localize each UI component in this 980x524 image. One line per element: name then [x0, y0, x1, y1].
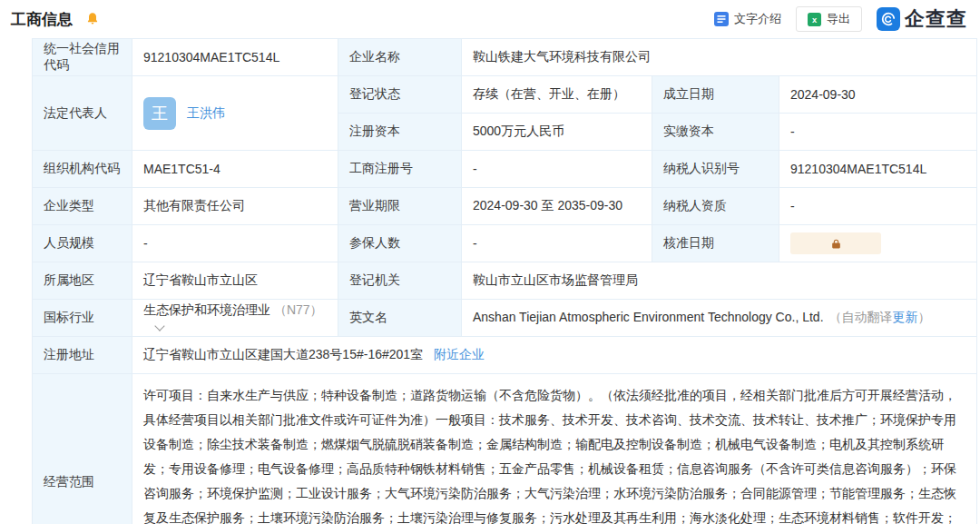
export-button[interactable]: x 导出 [796, 6, 862, 32]
text-intro-label: 文字介绍 [734, 11, 781, 27]
reg-address-value: 辽宁省鞍山市立山区建国大道238号15#-16#201室 [143, 347, 423, 361]
svg-text:x: x [812, 15, 818, 25]
insured-count-label: 参保人数 [338, 225, 462, 262]
staff-size-label: 人员规模 [33, 225, 132, 262]
reg-number-value: - [462, 151, 652, 188]
credit-code-value: 91210304MAE1TC514L [132, 39, 338, 76]
business-term-label: 营业期限 [338, 188, 462, 225]
reg-capital-value: 5000万元人民币 [462, 114, 652, 151]
org-code-value: MAE1TC51-4 [132, 151, 338, 188]
table-row: 法定代表人 王 王洪伟 登记状态 存续（在营、开业、在册） 成立日期 2024-… [33, 76, 977, 114]
reg-address-cell: 辽宁省鞍山市立山区建国大道238号15#-16#201室 附近企业 [132, 337, 977, 374]
table-row: 企业类型 其他有限责任公司 营业期限 2024-09-30 至 2035-09-… [33, 188, 977, 225]
qichacha-logo[interactable]: 企查查 [877, 5, 967, 33]
established-label: 成立日期 [652, 76, 779, 114]
taxpayer-cert-value: - [779, 188, 977, 225]
reg-capital-label: 注册资本 [338, 114, 462, 151]
chevron-down-icon[interactable] [154, 321, 164, 331]
taxpayer-id-label: 纳税人识别号 [652, 151, 779, 188]
legal-rep-name-link[interactable]: 王洪伟 [187, 105, 225, 122]
reg-address-label: 注册地址 [33, 337, 132, 374]
approval-date-label: 核准日期 [652, 225, 779, 262]
industry-label: 国标行业 [33, 300, 132, 337]
table-row: 统一社会信用代码 91210304MAE1TC514L 企业名称 鞍山铁建大气环… [33, 39, 977, 76]
business-scope-value: 许可项目：自来水生产与供应；特种设备制造；道路货物运输（不含危险货物）。（依法须… [132, 374, 977, 524]
reg-number-label: 工商注册号 [338, 151, 462, 188]
industry-value-cell: 生态保护和环境治理业 （N77） [132, 300, 338, 337]
nearby-companies-link[interactable]: 附近企业 [434, 347, 485, 361]
reg-authority-value: 鞍山市立山区市场监督管理局 [462, 262, 977, 300]
region-value: 辽宁省鞍山市立山区 [132, 262, 338, 300]
table-row: 国标行业 生态保护和环境治理业 （N77） 英文名 Anshan Tiejian… [33, 300, 977, 337]
text-intro-button[interactable]: 文字介绍 [714, 11, 781, 27]
org-code-label: 组织机构代码 [33, 151, 132, 188]
english-name-value: Anshan Tiejian Atmospheric Environment T… [473, 310, 824, 324]
brand-name: 企查查 [905, 5, 967, 33]
table-row: 人员规模 - 参保人数 - 核准日期 [33, 225, 977, 262]
taxpayer-id-value: 91210304MAE1TC514L [779, 151, 977, 188]
table-row: 组织机构代码 MAE1TC51-4 工商注册号 - 纳税人识别号 9121030… [33, 151, 977, 188]
business-info-table: 统一社会信用代码 91210304MAE1TC514L 企业名称 鞍山铁建大气环… [32, 38, 977, 524]
header-tools: 文字介绍 x 导出 企查查 [714, 5, 967, 33]
insured-count-value: - [462, 225, 652, 262]
industry-code: （N77） [274, 302, 323, 317]
english-name-label: 英文名 [338, 300, 462, 337]
text-intro-icon [714, 12, 729, 26]
reg-status-label: 登记状态 [338, 76, 462, 114]
section-header: 工商信息 文字介绍 x 导出 企查查 [0, 0, 980, 38]
lock-icon [830, 238, 842, 250]
company-type-label: 企业类型 [33, 188, 132, 225]
reg-status-value: 存续（在营、开业、在册） [462, 76, 652, 114]
company-type-value: 其他有限责任公司 [132, 188, 338, 225]
region-label: 所属地区 [33, 262, 132, 300]
english-name-cell: Anshan Tiejian Atmospheric Environment T… [462, 300, 977, 337]
qichacha-logo-icon [877, 7, 900, 31]
translate-update-link[interactable]: 更新 [893, 310, 918, 324]
approval-date-value [779, 225, 977, 262]
auto-translate-note-close: ） [918, 310, 931, 324]
excel-export-icon: x [808, 13, 821, 26]
paid-capital-value: - [779, 114, 977, 151]
staff-size-value: - [132, 225, 338, 262]
taxpayer-cert-label: 纳税人资质 [652, 188, 779, 225]
business-scope-label: 经营范围 [33, 374, 132, 524]
table-row: 经营范围 许可项目：自来水生产与供应；特种设备制造；道路货物运输（不含危险货物）… [33, 374, 977, 524]
export-label: 导出 [827, 11, 850, 27]
legal-rep-cell: 王 王洪伟 [132, 76, 338, 151]
table-row: 所属地区 辽宁省鞍山市立山区 登记机关 鞍山市立山区市场监督管理局 [33, 262, 977, 300]
table-row: 注册地址 辽宁省鞍山市立山区建国大道238号15#-16#201室 附近企业 [33, 337, 977, 374]
legal-rep-avatar[interactable]: 王 [143, 97, 176, 130]
reg-authority-label: 登记机关 [338, 262, 462, 300]
industry-value: 生态保护和环境治理业 [143, 302, 270, 317]
credit-code-label: 统一社会信用代码 [33, 39, 132, 76]
auto-translate-note: （自动翻译 [829, 310, 893, 324]
established-value: 2024-09-30 [779, 76, 977, 114]
company-name-value: 鞍山铁建大气环境科技有限公司 [462, 39, 977, 76]
paid-capital-label: 实缴资本 [652, 114, 779, 151]
business-term-value: 2024-09-30 至 2035-09-30 [462, 188, 652, 225]
page-title: 工商信息 [11, 9, 73, 30]
bell-icon[interactable] [85, 12, 100, 26]
company-name-label: 企业名称 [338, 39, 462, 76]
locked-value[interactable] [790, 232, 881, 254]
legal-rep-label: 法定代表人 [33, 76, 132, 151]
